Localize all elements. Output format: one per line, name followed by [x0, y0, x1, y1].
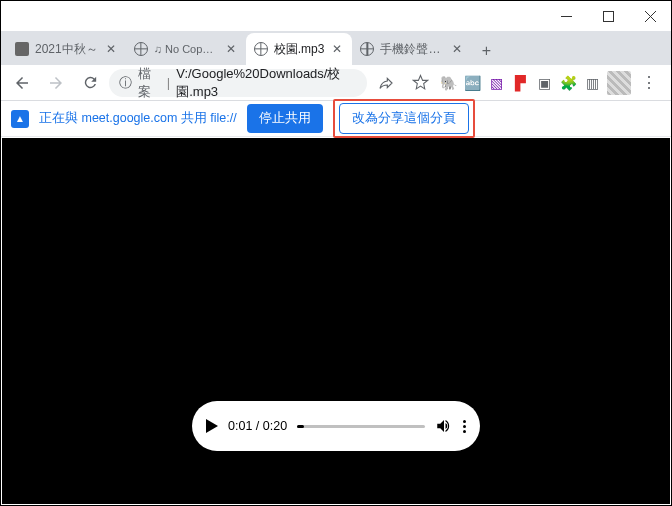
tab-strip: 2021中秋～ ✕ ♫ No Copyright ✕ 校園.mp3 ✕ 手機鈴聲…	[1, 31, 671, 65]
share-this-tab-button[interactable]: 改為分享這個分頁	[339, 103, 469, 134]
tab-title: ♫ No Copyright	[154, 43, 218, 55]
back-button[interactable]	[7, 68, 37, 98]
media-viewport: 0:01 / 0:20	[2, 138, 670, 504]
seek-slider[interactable]	[297, 425, 425, 428]
tab-3[interactable]: 手機鈴聲_幻化成 ✕	[352, 33, 472, 65]
browser-toolbar: ⓘ 檔案 | V:/Google%20Downloads/校園.mp3 🐘 🔤 …	[1, 65, 671, 101]
tab-title: 校園.mp3	[274, 41, 325, 58]
address-bar[interactable]: ⓘ 檔案 | V:/Google%20Downloads/校園.mp3	[109, 69, 367, 97]
player-time: 0:01 / 0:20	[228, 419, 287, 433]
screen-share-bar: ▲ 正在與 meet.google.com 共用 file:// 停止共用 改為…	[1, 101, 671, 137]
highlight-annotation: 改為分享這個分頁	[333, 99, 475, 138]
info-icon: ⓘ	[119, 74, 132, 92]
flipboard-icon[interactable]: ▛	[511, 74, 529, 92]
extensions-row: 🐘 🔤 ▧ ▛ ▣ 🧩 ▥ ⋮	[439, 68, 665, 98]
stop-sharing-button[interactable]: 停止共用	[247, 104, 323, 133]
bookmark-button[interactable]	[405, 68, 435, 98]
browser-menu-button[interactable]: ⋮	[637, 68, 661, 98]
globe-icon	[254, 42, 268, 56]
share-page-button[interactable]	[371, 68, 401, 98]
close-icon[interactable]: ✕	[224, 42, 238, 56]
url-path: V:/Google%20Downloads/校園.mp3	[176, 65, 357, 101]
close-icon[interactable]: ✕	[450, 42, 464, 56]
tab-title: 2021中秋～	[35, 41, 98, 58]
cast-icon[interactable]: ▣	[535, 74, 553, 92]
close-icon[interactable]: ✕	[330, 42, 344, 56]
audio-player: 0:01 / 0:20	[192, 401, 480, 451]
profile-avatar[interactable]	[607, 71, 631, 95]
volume-button[interactable]	[435, 417, 453, 435]
tab-0[interactable]: 2021中秋～ ✕	[7, 33, 126, 65]
url-scheme-label: 檔案	[138, 65, 161, 101]
close-icon[interactable]: ✕	[104, 42, 118, 56]
cast-icon: ▲	[11, 110, 29, 128]
window-minimize-button[interactable]	[545, 1, 587, 31]
meet-icon	[15, 42, 29, 56]
globe-icon	[360, 42, 374, 56]
tab-1[interactable]: ♫ No Copyright ✕	[126, 33, 246, 65]
extensions-icon[interactable]: 🧩	[559, 74, 577, 92]
window-titlebar	[1, 1, 671, 31]
globe-icon	[134, 42, 148, 56]
reload-button[interactable]	[75, 68, 105, 98]
tab-title: 手機鈴聲_幻化成	[380, 41, 444, 58]
forward-button[interactable]	[41, 68, 71, 98]
onenote-icon[interactable]: ▧	[487, 74, 505, 92]
new-tab-button[interactable]: +	[472, 37, 500, 65]
share-status-text: 正在與 meet.google.com 共用 file://	[39, 110, 237, 127]
evernote-icon[interactable]: 🐘	[439, 74, 457, 92]
window-maximize-button[interactable]	[587, 1, 629, 31]
reading-list-icon[interactable]: ▥	[583, 74, 601, 92]
play-button[interactable]	[206, 419, 218, 433]
tab-2[interactable]: 校園.mp3 ✕	[246, 33, 353, 65]
svg-rect-0	[603, 11, 613, 21]
player-menu-button[interactable]	[463, 420, 466, 433]
translate-icon[interactable]: 🔤	[463, 74, 481, 92]
window-close-button[interactable]	[629, 1, 671, 31]
